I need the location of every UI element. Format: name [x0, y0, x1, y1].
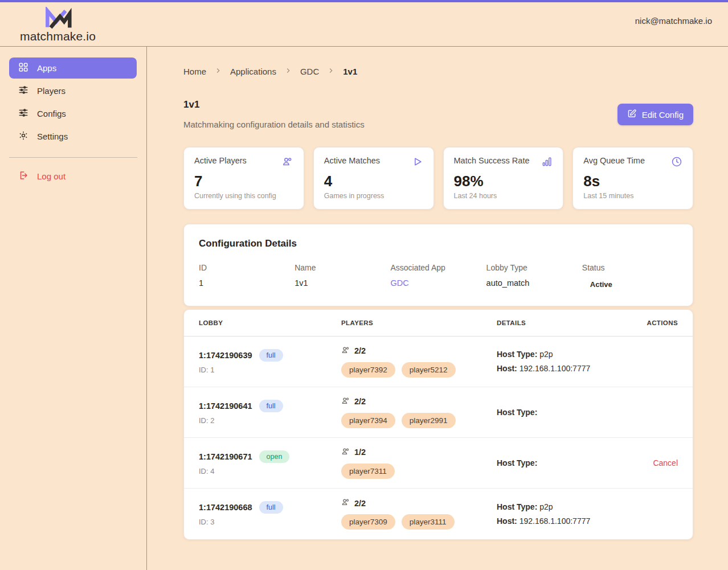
- config-field-lobby-type: Lobby Type auto_match: [486, 263, 582, 289]
- brand-name: matchmake.io: [20, 30, 96, 43]
- logout-button[interactable]: Log out: [9, 166, 137, 187]
- breadcrumb-home[interactable]: Home: [183, 67, 206, 76]
- sidebar-item-label: Settings: [37, 132, 68, 141]
- actions-cell: [632, 489, 678, 539]
- sidebar-item-settings[interactable]: Settings: [9, 126, 137, 147]
- lobby-code: 1:1742190639: [199, 351, 252, 360]
- logout-icon: [18, 170, 28, 182]
- main-content: Home Applications GDC 1v1 1v1 Matchmakin…: [147, 47, 728, 570]
- table-row: 1:1742190668 full ID: 3 2/2 player7309pl…: [184, 489, 693, 539]
- host-value: 192.168.1.100:7777: [520, 516, 591, 526]
- host-type-label: Host Type:: [497, 408, 537, 417]
- config-field-status: Status Active: [582, 263, 678, 289]
- field-value: auto_match: [486, 278, 582, 288]
- lobby-table: LOBBY PLAYERS DETAILS ACTIONS 1:17421906…: [183, 309, 693, 540]
- host-type-label: Host Type:: [497, 502, 537, 511]
- player-chip: player5212: [402, 362, 456, 378]
- details-cell: Host Type: p2p Host: 192.168.1.100:7777: [497, 337, 632, 387]
- field-value: 1: [199, 278, 295, 288]
- sidebar: Apps Players Configs: [0, 47, 147, 570]
- play-icon: [412, 156, 423, 170]
- brand-logo[interactable]: matchmake.io: [20, 7, 96, 43]
- field-label: Name: [295, 263, 390, 272]
- column-header-actions: ACTIONS: [632, 319, 678, 326]
- host-type-value: p2p: [539, 350, 553, 359]
- player-chip: player7392: [341, 362, 395, 378]
- chevron-right-icon: [327, 67, 335, 76]
- users-small-icon: [341, 396, 350, 407]
- status-badge: Active: [582, 280, 678, 289]
- lobby-code: 1:1742190641: [199, 401, 252, 411]
- stat-card-active-players: Active Players 7 Currently using this co…: [183, 147, 304, 210]
- stat-card-queue-time: Avg Queue Time 8s Last 15 minutes: [572, 147, 693, 210]
- table-row: 1:1742190639 full ID: 1 2/2 player7392pl…: [184, 337, 693, 387]
- host-value: 192.168.1.100:7777: [520, 364, 591, 373]
- gear-icon: [18, 130, 28, 142]
- stat-card-active-matches: Active Matches 4 Games in progress: [313, 147, 434, 210]
- page-subtitle: Matchmaking configuration details and st…: [183, 120, 365, 129]
- breadcrumb-gdc[interactable]: GDC: [300, 67, 319, 76]
- users-icon: [282, 156, 293, 170]
- stat-label: Match Success Rate: [454, 156, 530, 165]
- chevron-right-icon: [284, 67, 292, 76]
- sidebar-divider: [9, 157, 137, 158]
- lobby-id: ID: 4: [199, 467, 341, 475]
- player-chip: player7309: [341, 514, 395, 530]
- config-field-associated-app: Associated App GDC: [390, 263, 486, 289]
- page-title: 1v1: [183, 99, 365, 110]
- stat-caption: Last 15 minutes: [583, 192, 682, 200]
- edit-config-button[interactable]: Edit Config: [617, 104, 693, 125]
- player-count: 1/2: [354, 448, 366, 457]
- logo-m-icon: [43, 7, 73, 31]
- player-chips: player7392player5212: [341, 362, 497, 378]
- associated-app-link[interactable]: GDC: [390, 278, 486, 288]
- clock-icon: [671, 156, 682, 170]
- lobby-status-badge: full: [259, 501, 283, 514]
- host-type-label: Host Type:: [497, 350, 537, 359]
- configuration-details-card: Configuration Details ID 1 Name 1v1 Asso…: [183, 224, 693, 306]
- user-email: nick@matchmake.io: [635, 16, 712, 26]
- details-cell: Host Type: Host:: [497, 387, 632, 437]
- bar-chart-icon: [541, 156, 553, 170]
- player-chip: player2991: [402, 413, 456, 428]
- sidebar-item-players[interactable]: Players: [9, 80, 137, 101]
- field-value: 1v1: [295, 278, 390, 288]
- player-count: 2/2: [354, 397, 366, 406]
- stat-caption: Currently using this config: [194, 192, 293, 200]
- column-header-details: DETAILS: [497, 319, 632, 326]
- actions-cell: [632, 387, 678, 437]
- column-header-players: PLAYERS: [341, 319, 497, 326]
- breadcrumb-current: 1v1: [343, 67, 357, 76]
- cancel-link[interactable]: Cancel: [653, 458, 678, 468]
- sidebar-item-apps[interactable]: Apps: [9, 58, 137, 79]
- player-chip: player3111: [402, 514, 455, 530]
- lobby-status-badge: open: [259, 450, 290, 463]
- stat-value: 8s: [583, 173, 682, 190]
- breadcrumb-applications[interactable]: Applications: [230, 67, 276, 76]
- lobby-status-badge: full: [259, 400, 283, 412]
- table-row: 1:1742190641 full ID: 2 2/2 player7394pl…: [184, 387, 693, 438]
- chevron-right-icon: [214, 67, 222, 76]
- field-label: Associated App: [390, 263, 486, 272]
- players-cell: 2/2 player7394player2991: [341, 387, 497, 437]
- actions-cell: Cancel: [632, 438, 678, 488]
- player-chip: player7394: [341, 413, 395, 428]
- stat-card-success-rate: Match Success Rate 98% Last 24 hours: [443, 147, 564, 210]
- stat-value: 7: [194, 173, 293, 190]
- player-chips: player7394player2991: [341, 413, 497, 428]
- lobby-cell: 1:1742190639 full ID: 1: [199, 337, 341, 387]
- stat-label: Active Matches: [324, 156, 380, 165]
- sidebar-item-configs[interactable]: Configs: [9, 103, 137, 124]
- player-chip: player7311: [341, 464, 395, 479]
- player-count: 2/2: [354, 346, 366, 355]
- field-label: Status: [582, 263, 678, 272]
- users-small-icon: [341, 346, 350, 356]
- config-field-name: Name 1v1: [295, 263, 390, 289]
- lobby-code: 1:1742190668: [199, 503, 252, 512]
- users-small-icon: [341, 447, 350, 458]
- field-label: Lobby Type: [486, 263, 582, 272]
- players-cell: 2/2 player7309player3111: [341, 489, 497, 539]
- lobby-cell: 1:1742190671 open ID: 4: [199, 438, 341, 488]
- stat-caption: Games in progress: [324, 192, 423, 200]
- players-cell: 1/2 player7311: [341, 438, 497, 488]
